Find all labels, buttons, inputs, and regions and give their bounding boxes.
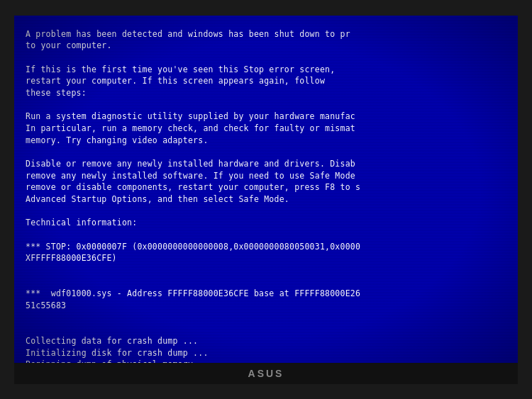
brand-logo: ASUS: [248, 368, 284, 379]
bsod-content: A problem has been detected and windows …: [26, 28, 506, 363]
monitor-frame: A problem has been detected and windows …: [0, 0, 532, 399]
brand-bar: ASUS: [14, 363, 518, 384]
bsod-screen: A problem has been detected and windows …: [14, 16, 518, 363]
